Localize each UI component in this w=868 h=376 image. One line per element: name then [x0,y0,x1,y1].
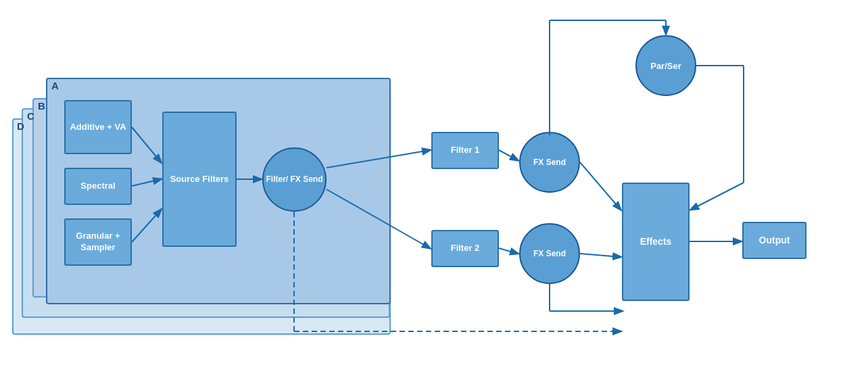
fx-send1-block: FX Send [519,132,580,193]
label-d: D [17,120,24,132]
source-filters-block: Source Filters [162,112,237,247]
label-a: A [51,80,59,91]
filter2-block: Filter 2 [431,230,499,267]
filter1-block: Filter 1 [431,132,499,169]
effects-block: Effects [622,183,690,301]
output-block: Output [742,222,806,259]
label-b: B [38,100,45,112]
svg-line-14 [580,254,621,257]
label-c: C [27,110,34,122]
spectral-block: Spectral [64,168,132,205]
additive-va-block: Additive + VA [64,100,132,154]
fx-send2-block: FX Send [519,223,580,284]
svg-line-13 [580,162,621,210]
svg-line-17 [691,183,744,210]
granular-sampler-block: Granular + Sampler [64,218,132,266]
par-ser-block: Par/Ser [635,35,696,96]
diagram-container: A B C D Additive + VA Spectral Granular … [0,0,868,376]
svg-line-8 [499,150,518,160]
svg-line-9 [499,248,518,254]
filter-fx-send-block: Filter/ FX Send [262,147,327,212]
